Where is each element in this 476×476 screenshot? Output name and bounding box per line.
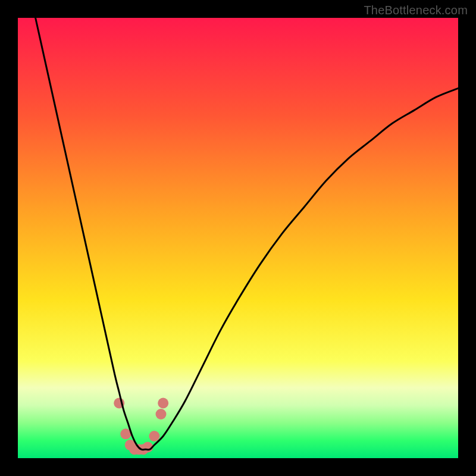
bottleneck-curve xyxy=(36,18,458,450)
plot-area xyxy=(18,18,458,458)
data-marker xyxy=(158,398,168,409)
data-marker xyxy=(156,409,167,419)
chart-frame: TheBottleneck.com xyxy=(0,0,476,476)
data-marker xyxy=(149,431,159,441)
curve-svg xyxy=(18,18,458,458)
watermark-text: TheBottleneck.com xyxy=(364,4,468,17)
